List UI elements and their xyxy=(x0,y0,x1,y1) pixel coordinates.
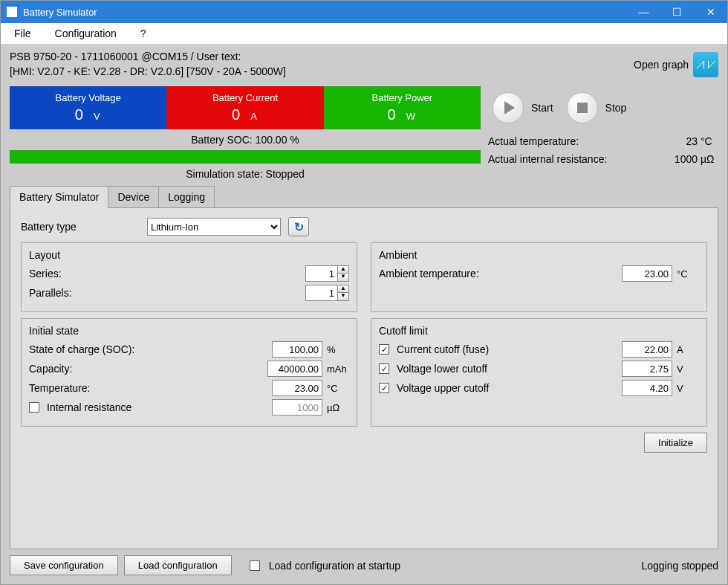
current-cutoff-label: Current cutoff (fuse) xyxy=(397,343,617,355)
load-startup-label: Load configuration at startup xyxy=(269,560,400,572)
voltage-value: 0 xyxy=(75,106,85,123)
layout-title: Layout xyxy=(29,249,349,261)
device-info-line1: PSB 9750-20 - 1711060001 @COM15 / User t… xyxy=(10,50,634,65)
minimize-button[interactable]: — xyxy=(627,1,660,23)
capacity-input[interactable] xyxy=(267,361,322,377)
voltage-lower-label: Voltage lower cutoff xyxy=(397,363,617,375)
soc-unit: % xyxy=(327,344,349,355)
footer-bar: Save configuration Load configuration Lo… xyxy=(10,554,718,575)
start-button[interactable]: Start xyxy=(493,92,553,123)
ambient-temp-unit: °C xyxy=(677,268,699,279)
load-startup-checkbox[interactable] xyxy=(250,560,260,571)
voltage-label: Battery Voltage xyxy=(56,92,121,103)
soc-input[interactable] xyxy=(272,341,322,358)
tab-row: Battery Simulator Device Logging xyxy=(10,186,718,208)
menu-configuration[interactable]: Configuration xyxy=(51,25,121,42)
refresh-icon: ↻ xyxy=(294,220,304,234)
ir-checkbox[interactable] xyxy=(29,402,39,413)
dashboard: Battery Voltage 0V Battery Current 0A Ba… xyxy=(10,86,718,181)
save-config-button[interactable]: Save configuration xyxy=(10,555,118,575)
ir-input xyxy=(272,399,322,416)
power-meter: Battery Power 0W xyxy=(324,86,481,129)
parallels-input[interactable] xyxy=(305,285,338,301)
power-label: Battery Power xyxy=(371,92,432,103)
capacity-label: Capacity: xyxy=(29,363,263,375)
series-stepper[interactable]: ▲▼ xyxy=(305,265,349,282)
tab-container: Battery Simulator Device Logging Battery… xyxy=(10,186,718,549)
voltage-lower-checkbox[interactable]: ✓ xyxy=(379,363,389,374)
maximize-button[interactable]: ☐ xyxy=(660,1,694,23)
open-graph-button[interactable]: ⩘⩗ xyxy=(693,52,718,77)
ambient-temp-label: Ambient temperature: xyxy=(379,268,617,279)
init-temp-label: Temperature: xyxy=(29,382,267,394)
actual-temp-label: Actual temperature: xyxy=(488,135,668,147)
actual-ir-unit: µΩ xyxy=(701,153,718,165)
device-info: PSB 9750-20 - 1711060001 @COM15 / User t… xyxy=(10,50,634,79)
battery-type-select[interactable]: Lithium-Ion xyxy=(147,218,281,236)
menu-help[interactable]: ? xyxy=(136,25,151,42)
init-temp-unit: °C xyxy=(327,383,349,394)
logging-status: Logging stopped xyxy=(641,560,718,572)
app-window: Battery Simulator — ☐ ✕ File Configurati… xyxy=(0,0,728,585)
parallels-stepper[interactable]: ▲▼ xyxy=(305,285,349,301)
actual-ir-value: 1000 xyxy=(668,153,698,165)
tab-body: Battery type Lithium-Ion ↻ Layout Series… xyxy=(10,207,718,549)
load-config-button[interactable]: Load configuration xyxy=(124,555,232,575)
voltage-upper-label: Voltage upper cutoff xyxy=(397,382,617,394)
device-info-line2: [HMI: V2.07 - KE: V2.28 - DR: V2.0.6] [7… xyxy=(10,65,634,80)
app-icon xyxy=(7,7,17,17)
ambient-group: Ambient Ambient temperature: °C xyxy=(371,242,707,312)
tab-logging[interactable]: Logging xyxy=(158,186,215,208)
cutoff-group: Cutoff limit ✓ Current cutoff (fuse) A ✓… xyxy=(371,318,707,427)
menubar: File Configuration ? xyxy=(1,23,727,44)
dashboard-left: Battery Voltage 0V Battery Current 0A Ba… xyxy=(10,86,481,181)
actual-ir-label: Actual internal resistance: xyxy=(488,153,668,165)
menu-file[interactable]: File xyxy=(10,25,36,42)
tab-battery-simulator[interactable]: Battery Simulator xyxy=(10,186,108,208)
current-label: Battery Current xyxy=(212,92,278,103)
series-down[interactable]: ▼ xyxy=(338,274,348,281)
initial-state-title: Initial state xyxy=(29,325,349,337)
power-value: 0 xyxy=(388,106,397,123)
voltage-meter: Battery Voltage 0V xyxy=(10,86,166,129)
voltage-lower-unit: V xyxy=(677,363,699,375)
voltage-upper-checkbox[interactable]: ✓ xyxy=(379,383,389,393)
current-meter: Battery Current 0A xyxy=(166,86,323,129)
soc-bar xyxy=(10,150,481,164)
series-input[interactable] xyxy=(305,265,338,282)
ir-unit: µΩ xyxy=(327,402,349,413)
voltage-upper-input[interactable] xyxy=(622,380,672,396)
current-cutoff-checkbox[interactable]: ✓ xyxy=(379,344,389,355)
battery-type-label: Battery type xyxy=(21,221,140,233)
ambient-title: Ambient xyxy=(379,249,699,261)
actual-temp-unit: °C xyxy=(701,135,718,147)
refresh-button[interactable]: ↻ xyxy=(288,217,309,236)
window-title: Battery Simulator xyxy=(23,7,627,18)
soc-field-label: State of charge (SOC): xyxy=(29,343,267,355)
voltage-lower-input[interactable] xyxy=(622,361,672,377)
ir-label: Internal resistance xyxy=(47,401,267,413)
close-button[interactable]: ✕ xyxy=(694,1,727,23)
titlebar: Battery Simulator — ☐ ✕ xyxy=(1,1,727,23)
ambient-temp-input[interactable] xyxy=(622,265,672,282)
soc-label: Battery SOC: 100.00 % xyxy=(10,132,481,147)
initialize-button[interactable]: Initialize xyxy=(644,433,707,453)
cutoff-title: Cutoff limit xyxy=(379,325,699,337)
start-stop-row: Start Stop xyxy=(488,86,718,129)
stop-button[interactable]: Stop xyxy=(567,92,627,123)
tab-device[interactable]: Device xyxy=(108,186,159,208)
current-value: 0 xyxy=(232,106,241,123)
parallels-down[interactable]: ▼ xyxy=(338,293,348,300)
actual-temp-value: 23 xyxy=(668,135,698,147)
current-cutoff-unit: A xyxy=(677,344,699,355)
current-cutoff-input[interactable] xyxy=(622,341,672,358)
waveform-icon: ⩘⩗ xyxy=(694,58,718,71)
info-bar: PSB 9750-20 - 1711060001 @COM15 / User t… xyxy=(10,50,718,79)
voltage-upper-unit: V xyxy=(677,383,699,394)
meter-row: Battery Voltage 0V Battery Current 0A Ba… xyxy=(10,86,481,129)
series-label: Series: xyxy=(29,268,301,279)
voltage-unit: V xyxy=(94,111,102,122)
init-temp-input[interactable] xyxy=(272,380,322,396)
open-graph-label: Open graph xyxy=(634,59,689,71)
initial-state-group: Initial state State of charge (SOC): % C… xyxy=(21,318,357,427)
